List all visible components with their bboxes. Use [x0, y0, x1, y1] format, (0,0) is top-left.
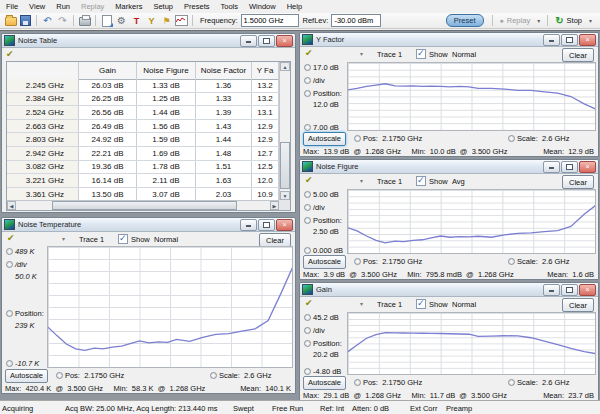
horizontal-scroll-thumb[interactable] — [52, 201, 237, 210]
menu-markers[interactable]: Markers — [115, 2, 142, 11]
stop-button[interactable]: ↻ Stop ▾ — [555, 15, 592, 26]
minimize-button[interactable] — [543, 284, 560, 296]
restore-button[interactable] — [561, 161, 578, 173]
menu-presets[interactable]: Presets — [184, 2, 209, 11]
adjust-knob-icon[interactable] — [6, 248, 13, 255]
column-header[interactable] — [7, 62, 79, 79]
gain-titlebar[interactable]: Gain × — [300, 283, 598, 297]
menu-file[interactable]: File — [6, 2, 18, 11]
marker-text-icon[interactable]: T — [130, 14, 143, 27]
adjust-knob-icon[interactable] — [354, 258, 361, 265]
adjust-knob-icon[interactable] — [6, 261, 13, 268]
adjust-knob-icon[interactable] — [304, 340, 311, 347]
y-factor-titlebar[interactable]: Y Factor × — [300, 33, 598, 47]
adjust-knob-icon[interactable] — [304, 77, 311, 84]
menu-tools[interactable]: Tools — [220, 2, 238, 11]
adjust-knob-icon[interactable] — [508, 258, 515, 265]
clear-button[interactable]: Clear — [259, 233, 291, 247]
trace-selector[interactable]: Trace 1 — [377, 50, 402, 59]
minimize-button[interactable] — [240, 219, 257, 231]
antenna-icon[interactable]: Y — [145, 14, 158, 27]
adjust-knob-icon[interactable] — [304, 217, 311, 224]
close-button[interactable]: × — [276, 219, 293, 231]
table-row[interactable]: 2.524 GHz26.56 dB1.44 dB1.3913.1 — [7, 106, 279, 120]
preset-button[interactable]: Preset — [446, 14, 484, 27]
adjust-knob-icon[interactable] — [304, 191, 311, 198]
show-checkbox[interactable]: ✓ — [416, 49, 426, 59]
adjust-knob-icon[interactable] — [210, 372, 217, 379]
adjust-knob-icon[interactable] — [508, 135, 515, 142]
table-row[interactable]: 2.245 GHz26.03 dB1.33 dB1.3613.2 — [7, 79, 279, 93]
noise-temperature-plot[interactable] — [47, 246, 293, 368]
autoscale-button[interactable]: Autoscale — [303, 132, 346, 146]
menu-setup[interactable]: Setup — [153, 2, 173, 11]
horizontal-scrollbar[interactable]: ◀ ▶ — [7, 200, 279, 210]
menu-run[interactable]: Run — [56, 2, 70, 11]
adjust-knob-icon[interactable] — [354, 135, 361, 142]
table-row[interactable]: 3.082 GHz19.36 dB1.78 dB1.5112.5 — [7, 161, 279, 175]
reflev-input[interactable] — [331, 14, 381, 27]
flag-icon[interactable]: ⚑ — [160, 14, 173, 27]
trace-selector[interactable]: Trace 1 — [377, 177, 402, 186]
adjust-knob-icon[interactable] — [304, 90, 311, 97]
vertical-scroll-thumb[interactable] — [280, 142, 290, 189]
settings-gear-icon[interactable]: ⚙ — [115, 14, 128, 27]
chevron-down-icon[interactable]: ▾ — [360, 50, 363, 57]
close-button[interactable]: × — [579, 284, 596, 296]
noise-table-titlebar[interactable]: Noise Table × — [2, 34, 295, 48]
autoscale-button[interactable]: Autoscale — [303, 255, 346, 269]
adjust-knob-icon[interactable] — [6, 360, 13, 367]
table-row[interactable]: 2.663 GHz26.49 dB1.56 dB1.4312.9 — [7, 120, 279, 134]
noise-figure-plot[interactable] — [347, 189, 596, 254]
scroll-up-icon[interactable]: ▲ — [280, 62, 290, 71]
minimize-button[interactable] — [543, 161, 560, 173]
adjust-knob-icon[interactable] — [304, 327, 311, 334]
trace-selector[interactable]: Trace 1 — [377, 300, 402, 309]
adjust-knob-icon[interactable] — [304, 64, 311, 71]
print-icon[interactable] — [78, 14, 91, 27]
save-icon[interactable] — [19, 14, 32, 27]
adjust-knob-icon[interactable] — [304, 314, 311, 321]
scroll-left-icon[interactable]: ◀ — [7, 201, 16, 210]
noise-figure-titlebar[interactable]: Noise Figure × — [300, 160, 598, 174]
detector-label[interactable]: Normal — [452, 300, 476, 309]
adjust-knob-icon[interactable] — [6, 310, 13, 317]
enabled-check-icon[interactable]: ✔ — [6, 49, 14, 59]
close-button[interactable]: × — [579, 34, 596, 46]
restore-button[interactable] — [561, 284, 578, 296]
adjust-knob-icon[interactable] — [304, 368, 311, 375]
show-checkbox[interactable]: ✓ — [416, 299, 426, 309]
detector-label[interactable]: Normal — [452, 50, 476, 59]
show-checkbox[interactable]: ✓ — [118, 234, 128, 244]
table-row[interactable]: 3.221 GHz16.14 dB2.11 dB1.6312.0 — [7, 174, 279, 188]
adjust-knob-icon[interactable] — [304, 124, 311, 131]
restore-button[interactable] — [561, 34, 578, 46]
menu-window[interactable]: Window — [249, 2, 276, 11]
minimize-button[interactable] — [543, 34, 560, 46]
enabled-check-icon[interactable]: ✔ — [305, 175, 313, 185]
table-row[interactable]: 2.942 GHz22.21 dB1.69 dB1.4812.7 — [7, 147, 279, 161]
show-checkbox[interactable]: ✓ — [416, 176, 426, 186]
autoscale-button[interactable]: Autoscale — [303, 376, 346, 390]
chevron-down-icon[interactable]: ▾ — [360, 300, 363, 307]
adjust-knob-icon[interactable] — [304, 247, 311, 254]
detector-label[interactable]: Normal — [154, 235, 178, 244]
scroll-right-icon[interactable]: ▶ — [270, 201, 279, 210]
clear-button[interactable]: Clear — [562, 48, 594, 62]
close-button[interactable]: × — [276, 35, 293, 47]
restore-button[interactable] — [258, 219, 275, 231]
adjust-knob-icon[interactable] — [56, 372, 63, 379]
autoscale-button[interactable]: Autoscale — [5, 369, 48, 383]
export-icon[interactable] — [100, 14, 113, 27]
chevron-down-icon[interactable]: ▾ — [360, 177, 363, 184]
clear-button[interactable]: Clear — [562, 175, 594, 189]
vertical-scrollbar[interactable]: ▲ ▼ — [279, 62, 290, 200]
y-factor-plot[interactable] — [347, 62, 596, 131]
stop-dropdown-icon[interactable]: ▾ — [589, 17, 592, 24]
trace-selector[interactable]: Trace 1 — [79, 235, 104, 244]
table-row[interactable]: 2.803 GHz24.92 dB1.59 dB1.4412.9 — [7, 133, 279, 147]
frequency-input[interactable] — [241, 14, 299, 27]
enabled-check-icon[interactable]: ✔ — [7, 233, 15, 243]
undo-icon[interactable]: ↶ — [41, 14, 54, 27]
trace-chart-icon[interactable] — [175, 14, 188, 27]
